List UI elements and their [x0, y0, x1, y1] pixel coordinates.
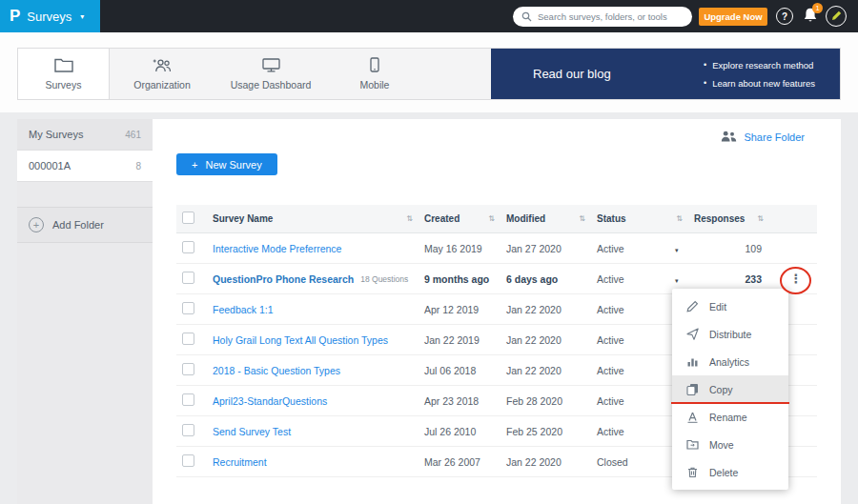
column-header-created[interactable]: Created ⇅ — [424, 213, 506, 224]
folder-count: 461 — [125, 130, 141, 140]
notification-badge: 1 — [812, 3, 823, 13]
row-checkbox[interactable] — [182, 241, 194, 253]
folders-sidebar: My Surveys 461 000001A 8 + Add Folder — [17, 119, 153, 504]
column-label: Created — [424, 213, 460, 224]
menu-item-label: Distribute — [709, 329, 751, 340]
share-folder-button[interactable]: Share Folder — [721, 131, 805, 144]
status-cell: Active — [597, 243, 665, 254]
row-checkbox[interactable] — [182, 424, 194, 436]
row-checkbox[interactable] — [182, 333, 194, 345]
bar-chart-icon — [685, 355, 699, 368]
sort-icon[interactable]: ⇅ — [757, 214, 764, 223]
created-cell: Mar 26 2007 — [424, 456, 506, 468]
column-header-status[interactable]: Status ⇅ — [597, 213, 694, 224]
tab-organization[interactable]: Organization — [110, 49, 214, 99]
menu-item-copy[interactable]: Copy — [672, 375, 788, 403]
survey-name-link[interactable]: Send Survey Test — [213, 426, 291, 437]
brand-logo: P — [10, 7, 20, 26]
main-nav-tabs: Surveys Organization Usage Dashboard Mob… — [17, 48, 841, 100]
dashboard-icon — [262, 58, 280, 74]
survey-name-link[interactable]: April23-StandarQuestions — [213, 395, 327, 407]
send-icon — [685, 328, 699, 340]
tab-label: Usage Dashboard — [231, 79, 312, 91]
help-button[interactable]: ? — [776, 8, 793, 25]
modified-cell: Jan 22 2020 — [506, 456, 597, 468]
share-folder-label: Share Folder — [744, 131, 805, 143]
survey-name-link[interactable]: 2018 - Basic Question Types — [213, 365, 340, 376]
menu-item-label: Rename — [709, 412, 747, 423]
menu-item-analytics[interactable]: Analytics — [672, 348, 788, 375]
menu-item-rename[interactable]: Rename — [672, 403, 788, 431]
folder-count: 8 — [135, 161, 141, 171]
status-cell: Active — [597, 395, 665, 407]
column-label: Status — [597, 213, 626, 224]
row-checkbox[interactable] — [182, 393, 194, 406]
survey-name-link[interactable]: Holy Grail Long Text All Question Types — [213, 334, 388, 346]
sort-icon[interactable]: ⇅ — [579, 214, 585, 223]
column-header-responses[interactable]: Responses ⇅ — [694, 213, 775, 224]
sort-icon[interactable]: ⇅ — [676, 214, 683, 223]
tab-surveys[interactable]: Surveys — [18, 49, 110, 99]
chevron-down-icon: ▾ — [80, 12, 84, 21]
survey-name-link[interactable]: Feedback 1:1 — [213, 304, 274, 315]
column-header-survey-name[interactable]: Survey Name ⇅ — [213, 213, 424, 224]
row-checkbox[interactable] — [182, 363, 194, 375]
status-cell: Active — [597, 334, 665, 346]
tab-mobile[interactable]: Mobile — [327, 49, 422, 99]
menu-item-distribute[interactable]: Distribute — [672, 320, 788, 348]
feedback-pencil-button[interactable] — [826, 6, 847, 27]
menu-item-label: Edit — [709, 301, 726, 312]
topbar: P Surveys ▾ Upgrade Now ? 1 — [0, 0, 858, 32]
question-count-badge: 18 Questions — [360, 274, 408, 284]
column-header-modified[interactable]: Modified ⇅ — [506, 213, 597, 224]
survey-name-link[interactable]: Interactive Mode Preferrence — [213, 243, 341, 254]
add-folder-button[interactable]: + Add Folder — [17, 207, 153, 243]
move-folder-icon — [685, 438, 699, 451]
tab-label: Mobile — [360, 79, 390, 91]
tab-usage-dashboard[interactable]: Usage Dashboard — [214, 49, 327, 99]
sidebar-item-000001A[interactable]: 000001A 8 — [17, 151, 153, 182]
table-header-row: Survey Name ⇅ Created ⇅ Modified ⇅ Statu… — [176, 205, 817, 233]
modified-cell: Jan 22 2020 — [506, 365, 597, 376]
created-cell: Jul 26 2010 — [424, 426, 506, 437]
sort-icon[interactable]: ⇅ — [406, 214, 413, 223]
product-label: Surveys — [27, 10, 72, 24]
rename-icon — [685, 411, 699, 423]
modified-cell: Jan 22 2020 — [506, 334, 597, 346]
annotation-circle — [780, 267, 811, 294]
row-checkbox[interactable] — [182, 454, 194, 467]
blog-bullets: • Explore research method • Learn about … — [704, 60, 815, 89]
modified-cell: Jan 27 2020 — [506, 243, 597, 254]
status-cell: Active — [597, 426, 665, 437]
modified-cell: Feb 28 2020 — [506, 395, 597, 407]
global-search[interactable] — [513, 7, 692, 27]
modified-cell: Feb 25 2020 — [506, 426, 597, 437]
sidebar-item-my-surveys[interactable]: My Surveys 461 — [17, 119, 153, 151]
new-survey-button[interactable]: + New Survey — [176, 153, 277, 175]
table-row[interactable]: Interactive Mode Preferrence May 16 2019… — [176, 233, 817, 264]
select-all-checkbox[interactable] — [182, 212, 194, 224]
upgrade-button[interactable]: Upgrade Now — [699, 8, 767, 26]
survey-name-link[interactable]: QuestionPro Phone Research — [213, 273, 354, 285]
menu-item-edit[interactable]: Edit — [672, 292, 788, 320]
survey-name-link[interactable]: Recruitment — [213, 456, 267, 468]
row-checkbox[interactable] — [182, 302, 194, 314]
row-checkbox[interactable] — [182, 272, 194, 284]
copy-icon — [685, 383, 699, 395]
product-menu[interactable]: P Surveys ▾ — [0, 0, 100, 32]
menu-item-move[interactable]: Move — [672, 431, 788, 458]
menu-item-label: Move — [709, 439, 734, 451]
responses-cell: 109 — [694, 243, 775, 254]
blog-banner[interactable]: Read our blog • Explore research method … — [491, 49, 840, 99]
status-cell: Closed — [597, 456, 665, 468]
row-context-menu: Edit Distribute Analytics Copy Rename — [672, 289, 788, 490]
sidebar-item-label: My Surveys — [29, 129, 83, 140]
sort-icon[interactable]: ⇅ — [488, 214, 495, 223]
menu-item-delete[interactable]: Delete — [672, 458, 788, 486]
created-cell: May 16 2019 — [424, 243, 506, 254]
search-input[interactable] — [538, 11, 684, 22]
status-dropdown-caret[interactable]: ▾ — [675, 277, 679, 284]
tab-label: Surveys — [46, 79, 82, 91]
status-dropdown-caret[interactable]: ▾ — [675, 247, 679, 253]
created-cell: Jan 22 2019 — [424, 334, 506, 346]
